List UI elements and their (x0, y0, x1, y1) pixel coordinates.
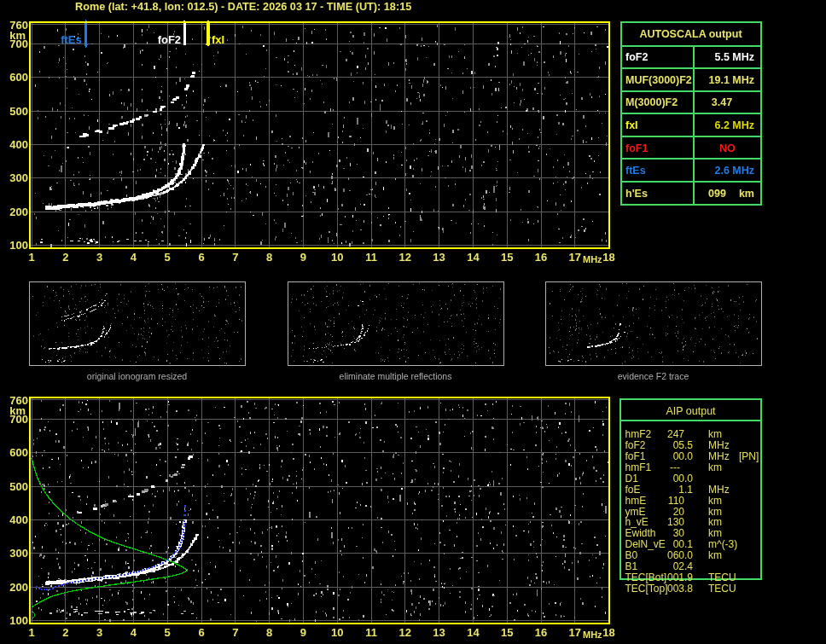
svg-text:Ewidth: Ewidth (625, 527, 656, 539)
svg-text:17: 17 (569, 251, 581, 264)
svg-text:AUTOSCALA output: AUTOSCALA output (639, 28, 742, 40)
svg-text:14: 14 (467, 251, 480, 264)
svg-text:16: 16 (535, 626, 547, 639)
svg-text:MHz: MHz (583, 629, 602, 640)
svg-text:Rome (lat: +41.8, lon: 012.5): Rome (lat: +41.8, lon: 012.5) - DATE: 20… (75, 1, 411, 13)
svg-text:200: 200 (9, 206, 28, 218)
svg-text:300: 300 (9, 171, 28, 184)
svg-text:km: km (708, 506, 722, 518)
svg-text:---: --- (670, 461, 680, 473)
svg-text:12: 12 (399, 626, 411, 639)
svg-text:003.8: 003.8 (667, 583, 693, 595)
svg-text:1: 1 (28, 251, 34, 264)
svg-text:7: 7 (232, 626, 238, 639)
svg-text:9: 9 (300, 626, 306, 639)
svg-text:13: 13 (433, 251, 445, 264)
svg-text:14: 14 (467, 626, 480, 639)
svg-text:13: 13 (433, 626, 445, 639)
svg-text:05.5: 05.5 (673, 439, 694, 451)
svg-text:foE: foE (625, 484, 641, 496)
svg-text:TECU: TECU (708, 583, 736, 595)
svg-text:600: 600 (9, 71, 28, 84)
svg-text:16: 16 (535, 251, 547, 264)
svg-text:foF1: foF1 (625, 142, 648, 154)
svg-text:10: 10 (331, 626, 343, 639)
svg-text:600: 600 (9, 446, 28, 459)
svg-text:15: 15 (501, 251, 513, 264)
svg-text:foF1: foF1 (625, 450, 646, 462)
svg-text:02.4: 02.4 (673, 560, 694, 572)
svg-text:km: km (708, 516, 722, 528)
svg-text:h'Es: h'Es (625, 188, 648, 200)
svg-text:ftEs: ftEs (61, 33, 82, 46)
svg-text:200: 200 (9, 581, 28, 594)
svg-text:11: 11 (365, 251, 377, 264)
svg-text:001.9: 001.9 (667, 571, 693, 583)
svg-text:5: 5 (165, 626, 171, 639)
svg-text:MHz: MHz (708, 484, 730, 496)
svg-text:00.0: 00.0 (673, 473, 694, 484)
svg-text:700: 700 (9, 413, 28, 426)
svg-text:060.0: 060.0 (667, 549, 693, 561)
svg-text:m^(-3): m^(-3) (708, 538, 737, 550)
svg-text:evidence F2 trace: evidence F2 trace (618, 371, 689, 381)
svg-text:km: km (708, 527, 722, 539)
svg-text:500: 500 (9, 480, 28, 493)
svg-text:247: 247 (667, 428, 684, 440)
svg-text:ftEs: ftEs (625, 165, 646, 177)
svg-text:MHz: MHz (708, 439, 730, 451)
svg-text:foF2: foF2 (625, 51, 648, 63)
svg-text:100: 100 (9, 614, 28, 627)
svg-text:AIP output: AIP output (666, 405, 716, 417)
svg-text:D1: D1 (625, 473, 639, 484)
svg-text:700: 700 (9, 38, 28, 50)
svg-text:4: 4 (131, 251, 137, 264)
svg-text:km: km (708, 461, 722, 473)
svg-text:hmF2: hmF2 (625, 428, 652, 440)
svg-text:km: km (708, 428, 722, 440)
svg-text:MHz: MHz (708, 450, 730, 462)
svg-text:3.47: 3.47 (712, 96, 732, 108)
svg-text:NO: NO (719, 142, 736, 154)
svg-text:20: 20 (673, 506, 685, 518)
svg-text:TECU: TECU (708, 571, 736, 583)
svg-text:km: km (708, 495, 722, 507)
svg-text:8: 8 (266, 251, 272, 264)
svg-text:099: 099 (708, 188, 726, 200)
svg-text:km: km (739, 188, 754, 200)
svg-text:00.1: 00.1 (673, 538, 694, 550)
svg-text:400: 400 (9, 513, 28, 526)
svg-text:15: 15 (501, 626, 513, 639)
svg-text:B1: B1 (625, 560, 638, 572)
svg-text:eliminate multiple reflections: eliminate multiple reflections (340, 371, 452, 381)
svg-text:300: 300 (9, 547, 28, 560)
svg-text:TEC[Top]: TEC[Top] (625, 583, 668, 595)
svg-text:B0: B0 (625, 549, 638, 561)
svg-text:500: 500 (9, 105, 28, 118)
svg-text:2.6 MHz: 2.6 MHz (714, 165, 754, 177)
svg-text:6.2 MHz: 6.2 MHz (714, 119, 754, 131)
svg-text:3: 3 (96, 626, 102, 639)
svg-text:foF2: foF2 (158, 33, 181, 46)
svg-text:hmE: hmE (625, 495, 647, 507)
svg-text:1: 1 (28, 626, 34, 639)
svg-text:130: 130 (667, 516, 684, 528)
svg-text:1.1: 1.1 (678, 484, 693, 496)
svg-text:30: 30 (673, 527, 685, 539)
svg-text:2: 2 (62, 251, 68, 264)
svg-text:6: 6 (198, 251, 204, 264)
svg-text:9: 9 (300, 251, 306, 264)
svg-text:MUF(3000)F2: MUF(3000)F2 (625, 74, 692, 86)
svg-text:00.0: 00.0 (673, 450, 694, 462)
svg-text:km: km (708, 549, 722, 561)
svg-text:MHz: MHz (583, 254, 602, 264)
svg-text:TEC[Bot]: TEC[Bot] (625, 571, 667, 583)
svg-text:DelN_vE: DelN_vE (625, 538, 666, 550)
svg-text:fxI: fxI (625, 119, 638, 131)
svg-text:400: 400 (9, 138, 28, 151)
svg-text:5.5 MHz: 5.5 MHz (714, 51, 754, 63)
svg-text:original ionogram resized: original ionogram resized (87, 371, 187, 381)
svg-text:foF2: foF2 (625, 439, 646, 451)
svg-text:11: 11 (365, 626, 377, 639)
svg-text:4: 4 (131, 626, 137, 639)
